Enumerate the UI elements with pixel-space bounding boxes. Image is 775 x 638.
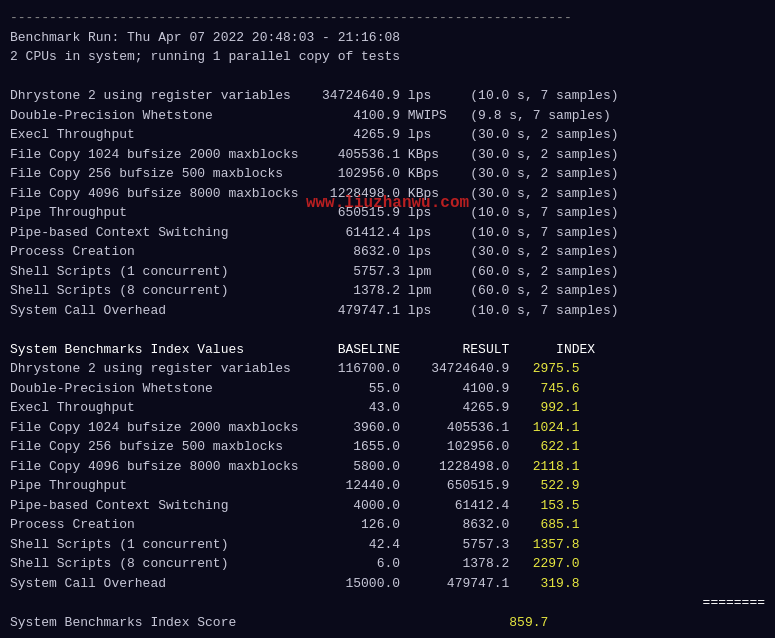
index-result-row: System Call Overhead 15000.0 479747.1 31…	[10, 574, 765, 594]
raw-results-section: Dhrystone 2 using register variables 347…	[10, 86, 765, 320]
raw-result-row: Double-Precision Whetstone 4100.9 MWIPS …	[10, 106, 765, 126]
index-header: System Benchmarks Index Values BASELINE …	[10, 340, 765, 360]
blank-line-3	[10, 632, 765, 638]
index-result-row: Pipe-based Context Switching 4000.0 6141…	[10, 496, 765, 516]
index-section: System Benchmarks Index Values BASELINE …	[10, 340, 765, 633]
index-result-row: Pipe Throughput 12440.0 650515.9 522.9	[10, 476, 765, 496]
raw-result-row: Shell Scripts (1 concurrent) 5757.3 lpm …	[10, 262, 765, 282]
index-result-row: Shell Scripts (1 concurrent) 42.4 5757.3…	[10, 535, 765, 555]
raw-result-row: File Copy 1024 bufsize 2000 maxblocks 40…	[10, 145, 765, 165]
index-result-row: File Copy 1024 bufsize 2000 maxblocks 39…	[10, 418, 765, 438]
index-result-row: Process Creation 126.0 8632.0 685.1	[10, 515, 765, 535]
index-result-row: Execl Throughput 43.0 4265.9 992.1	[10, 398, 765, 418]
raw-result-row: Dhrystone 2 using register variables 347…	[10, 86, 765, 106]
terminal: ----------------------------------------…	[10, 8, 765, 638]
watermark: www.liuzhanwu.com	[306, 191, 469, 215]
index-result-row: File Copy 4096 bufsize 8000 maxblocks 58…	[10, 457, 765, 477]
raw-result-row: Process Creation 8632.0 lps (30.0 s, 2 s…	[10, 242, 765, 262]
raw-result-row: Execl Throughput 4265.9 lps (30.0 s, 2 s…	[10, 125, 765, 145]
header-line2: 2 CPUs in system; running 1 parallel cop…	[10, 47, 765, 67]
index-result-row: Dhrystone 2 using register variables 116…	[10, 359, 765, 379]
index-result-row: Double-Precision Whetstone 55.0 4100.9 7…	[10, 379, 765, 399]
blank-line-1	[10, 67, 765, 87]
raw-result-row: File Copy 256 bufsize 500 maxblocks 1029…	[10, 164, 765, 184]
index-result-row: Shell Scripts (8 concurrent) 6.0 1378.2 …	[10, 554, 765, 574]
raw-result-row: System Call Overhead 479747.1 lps (10.0 …	[10, 301, 765, 321]
divider-top: ----------------------------------------…	[10, 8, 765, 28]
header-line1: Benchmark Run: Thu Apr 07 2022 20:48:03 …	[10, 28, 765, 48]
raw-result-row: Shell Scripts (8 concurrent) 1378.2 lpm …	[10, 281, 765, 301]
raw-result-row: Pipe-based Context Switching 61412.4 lps…	[10, 223, 765, 243]
blank-line-2	[10, 320, 765, 340]
index-result-row: File Copy 256 bufsize 500 maxblocks 1655…	[10, 437, 765, 457]
score-line: System Benchmarks Index Score 859.7	[10, 613, 765, 633]
equals-line: ========	[10, 593, 765, 613]
